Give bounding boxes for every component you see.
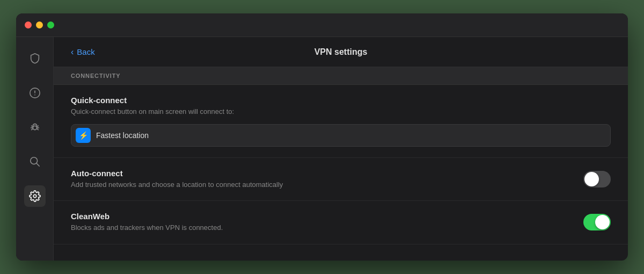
- quick-connect-option-button[interactable]: ⚡ Fastest location: [71, 124, 611, 147]
- search-icon: [29, 156, 41, 168]
- lightning-badge: ⚡: [76, 128, 91, 143]
- shield-icon: [29, 53, 41, 64]
- toggle-slider: [583, 214, 611, 230]
- settings-icon: [29, 190, 41, 202]
- back-button[interactable]: ‹ Back: [71, 47, 95, 57]
- back-chevron-icon: ‹: [71, 47, 74, 57]
- svg-line-9: [36, 129, 38, 130]
- toggle-slider: [583, 171, 611, 188]
- setting-item-auto-connect: Auto-connect Add trusted networks and ch…: [54, 158, 628, 201]
- sidebar-item-settings[interactable]: [24, 185, 46, 207]
- setting-item-left: CleanWeb Blocks ads and trackers when VP…: [71, 212, 583, 233]
- svg-point-3: [33, 126, 36, 129]
- app-window: ‹ Back VPN settings CONNECTIVITY Quick-c…: [16, 13, 628, 261]
- alert-icon: [29, 87, 41, 99]
- maximize-button[interactable]: [47, 21, 54, 28]
- setting-item-quick-connect: Quick-connect Quick-connect button on ma…: [54, 85, 628, 158]
- settings-body[interactable]: CONNECTIVITY Quick-connect Quick-connect…: [54, 67, 628, 261]
- auto-connect-title: Auto-connect: [71, 169, 583, 178]
- quick-connect-desc: Quick-connect button on main screen will…: [71, 107, 611, 117]
- cleanweb-toggle[interactable]: [583, 214, 611, 230]
- fastest-location-label: Fastest location: [96, 131, 149, 140]
- svg-point-12: [33, 194, 36, 198]
- page-title: VPN settings: [314, 47, 368, 57]
- setting-item-left: Quick-connect Quick-connect button on ma…: [71, 96, 611, 147]
- cleanweb-desc: Blocks ads and trackers when VPN is conn…: [71, 223, 583, 233]
- setting-item-left: Auto-connect Add trusted networks and ch…: [71, 169, 583, 190]
- sidebar-item-shield[interactable]: [24, 48, 46, 69]
- traffic-lights: [25, 21, 54, 28]
- titlebar: [16, 13, 628, 37]
- quick-connect-title: Quick-connect: [71, 96, 611, 105]
- close-button[interactable]: [25, 21, 32, 28]
- back-label: Back: [77, 47, 94, 56]
- setting-item-cleanweb: CleanWeb Blocks ads and trackers when VP…: [54, 201, 628, 244]
- lightning-icon: ⚡: [79, 131, 88, 140]
- bug-icon: [29, 121, 41, 133]
- main-layout: ‹ Back VPN settings CONNECTIVITY Quick-c…: [16, 37, 628, 261]
- page-header: ‹ Back VPN settings: [54, 37, 628, 67]
- auto-connect-desc: Add trusted networks and choose a locati…: [71, 180, 583, 190]
- minimize-button[interactable]: [36, 21, 43, 28]
- sidebar: [16, 37, 54, 261]
- sidebar-item-search[interactable]: [24, 151, 46, 172]
- content-area: ‹ Back VPN settings CONNECTIVITY Quick-c…: [54, 37, 628, 261]
- section-header-connectivity: CONNECTIVITY: [54, 67, 628, 85]
- svg-line-11: [36, 163, 39, 166]
- sidebar-item-alert[interactable]: [24, 82, 46, 104]
- sidebar-item-bug[interactable]: [24, 117, 46, 138]
- cleanweb-title: CleanWeb: [71, 212, 583, 221]
- auto-connect-toggle[interactable]: [583, 171, 611, 188]
- svg-line-8: [31, 129, 33, 130]
